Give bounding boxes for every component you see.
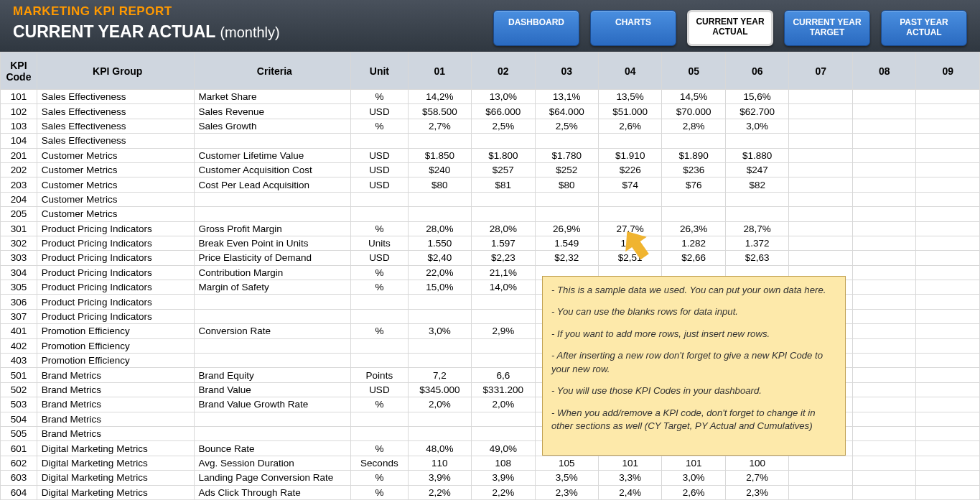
cell[interactable]: 100 <box>725 456 788 470</box>
cell[interactable] <box>599 192 662 206</box>
cell[interactable]: 502 <box>1 382 37 397</box>
cell[interactable]: $2,51 <box>599 251 662 265</box>
table-row[interactable]: 604Digital Marketing MetricsAds Click Th… <box>1 485 980 499</box>
cell[interactable]: $82 <box>725 177 788 192</box>
cell[interactable] <box>916 485 980 499</box>
cell[interactable]: Customer Metrics <box>37 177 194 192</box>
cell[interactable]: Brand Value Growth Rate <box>194 397 351 412</box>
cell[interactable] <box>194 426 351 440</box>
cell[interactable]: 201 <box>1 148 37 162</box>
cell[interactable]: Units <box>351 236 408 250</box>
cell[interactable]: 2,0% <box>408 397 471 412</box>
cell[interactable] <box>852 162 915 177</box>
cell[interactable]: Digital Marketing Metrics <box>37 441 194 456</box>
cell[interactable] <box>408 309 471 323</box>
cell[interactable]: $1.880 <box>725 148 788 162</box>
table-row[interactable]: 203Customer MetricsCost Per Lead Acquisi… <box>1 177 980 192</box>
cell[interactable]: 13,5% <box>599 90 662 104</box>
cell[interactable] <box>916 456 980 470</box>
cell[interactable] <box>852 471 915 485</box>
cell[interactable]: 101 <box>1 90 37 104</box>
cell[interactable] <box>916 207 980 221</box>
cell[interactable] <box>852 207 915 221</box>
cell[interactable] <box>916 382 980 397</box>
cell[interactable] <box>852 236 915 250</box>
cell[interactable] <box>916 192 980 206</box>
cell[interactable]: 2,3% <box>535 485 598 499</box>
cell[interactable] <box>852 192 915 206</box>
cell[interactable] <box>789 90 852 104</box>
cell[interactable]: 307 <box>1 309 37 323</box>
cell[interactable]: 2,8% <box>662 119 725 133</box>
cell[interactable] <box>662 207 725 221</box>
cell[interactable]: 303 <box>1 251 37 265</box>
cell[interactable]: % <box>351 119 408 133</box>
cell[interactable] <box>789 221 852 236</box>
cell[interactable]: 28,0% <box>472 221 535 236</box>
cell[interactable]: $247 <box>725 162 788 177</box>
cell[interactable] <box>852 265 915 280</box>
cell[interactable]: Product Pricing Indicators <box>37 236 194 250</box>
cell[interactable]: Digital Marketing Metrics <box>37 485 194 499</box>
cell[interactable] <box>852 134 915 148</box>
cell[interactable]: $331.200 <box>472 382 535 397</box>
cell[interactable]: Gross Profit Margin <box>194 221 351 236</box>
cell[interactable]: 601 <box>1 441 37 456</box>
cell[interactable] <box>852 338 915 353</box>
cell[interactable]: 1.549 <box>535 236 598 250</box>
cell[interactable] <box>789 134 852 148</box>
cell[interactable]: $58.500 <box>408 104 471 119</box>
cell[interactable] <box>852 368 915 382</box>
cell[interactable] <box>351 309 408 323</box>
cell[interactable]: Promotion Efficiency <box>37 324 194 338</box>
cell[interactable] <box>472 192 535 206</box>
cell[interactable]: $1.890 <box>662 148 725 162</box>
cell[interactable] <box>351 295 408 309</box>
cell[interactable]: $1.780 <box>535 148 598 162</box>
cell[interactable]: Price Elasticity of Demand <box>194 251 351 265</box>
cell[interactable]: USD <box>351 148 408 162</box>
cell[interactable]: 48,0% <box>408 441 471 456</box>
cell[interactable]: 3,9% <box>472 471 535 485</box>
cell[interactable]: 21,1% <box>472 265 535 280</box>
cell[interactable] <box>916 119 980 133</box>
cell[interactable]: 301 <box>1 221 37 236</box>
cell[interactable] <box>916 280 980 295</box>
cell[interactable]: Customer Metrics <box>37 192 194 206</box>
table-row[interactable]: 301Product Pricing IndicatorsGross Profi… <box>1 221 980 236</box>
cell[interactable] <box>789 471 852 485</box>
cell[interactable]: 22,0% <box>408 265 471 280</box>
cell[interactable] <box>351 207 408 221</box>
cell[interactable]: 110 <box>408 456 471 470</box>
cell[interactable]: $51.000 <box>599 104 662 119</box>
cell[interactable]: Digital Marketing Metrics <box>37 456 194 470</box>
nav-tab-dashboard[interactable]: DASHBOARD <box>493 10 579 46</box>
cell[interactable]: Sales Effectiveness <box>37 104 194 119</box>
cell[interactable]: % <box>351 280 408 295</box>
cell[interactable]: % <box>351 471 408 485</box>
cell[interactable]: 6,6 <box>472 368 535 382</box>
cell[interactable] <box>852 251 915 265</box>
cell[interactable] <box>852 104 915 119</box>
cell[interactable]: $257 <box>472 162 535 177</box>
nav-tab-current-year-actual[interactable]: CURRENT YEARACTUAL <box>687 10 773 46</box>
cell[interactable]: 203 <box>1 177 37 192</box>
cell[interactable]: USD <box>351 382 408 397</box>
cell[interactable]: 3,9% <box>408 471 471 485</box>
cell[interactable]: 108 <box>472 456 535 470</box>
table-row[interactable]: 603Digital Marketing MetricsLanding Page… <box>1 471 980 485</box>
cell[interactable]: 3,0% <box>408 324 471 338</box>
cell[interactable] <box>852 148 915 162</box>
cell[interactable] <box>535 192 598 206</box>
cell[interactable] <box>194 295 351 309</box>
cell[interactable]: Customer Metrics <box>37 148 194 162</box>
cell[interactable] <box>662 134 725 148</box>
cell[interactable]: 2,7% <box>408 119 471 133</box>
cell[interactable]: 13,0% <box>472 90 535 104</box>
cell[interactable] <box>852 295 915 309</box>
cell[interactable]: % <box>351 397 408 412</box>
cell[interactable]: Cost Per Lead Acquisition <box>194 177 351 192</box>
cell[interactable]: Contribution Margin <box>194 265 351 280</box>
cell[interactable]: $80 <box>535 177 598 192</box>
cell[interactable]: 2,3% <box>725 485 788 499</box>
